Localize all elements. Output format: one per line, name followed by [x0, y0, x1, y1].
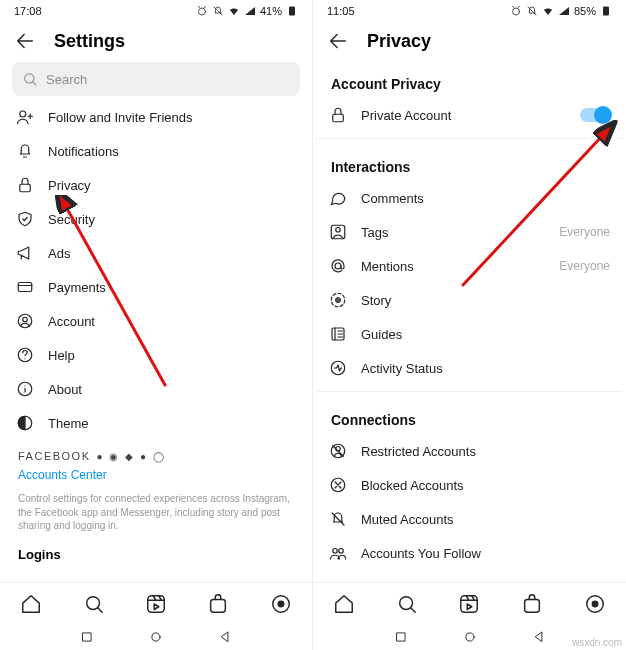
privacy-item-tags[interactable]: Tags Everyone: [317, 215, 622, 249]
privacy-item-muted[interactable]: Muted Accounts: [317, 502, 622, 536]
settings-item-theme[interactable]: Theme: [4, 406, 308, 440]
bell-off-icon: [526, 5, 538, 17]
help-icon: [16, 346, 34, 364]
system-nav: [0, 624, 312, 650]
list-label: Private Account: [361, 108, 566, 123]
logins-heading: Logins: [4, 541, 308, 564]
svg-point-40: [465, 633, 473, 641]
privacy-item-story[interactable]: Story: [317, 283, 622, 317]
list-label: Help: [48, 348, 296, 363]
app-header: Privacy: [313, 22, 626, 62]
reels-icon[interactable]: [145, 593, 167, 615]
search-nav-icon[interactable]: [83, 593, 105, 615]
privacy-list: Account Privacy Private Account Interact…: [313, 62, 626, 582]
list-label: Mentions: [361, 259, 545, 274]
home-icon[interactable]: [20, 593, 42, 615]
privacy-item-restricted[interactable]: Restricted Accounts: [317, 434, 622, 468]
privacy-item-mentions[interactable]: Mentions Everyone: [317, 249, 622, 283]
home-icon[interactable]: [333, 593, 355, 615]
settings-item-help[interactable]: Help: [4, 338, 308, 372]
list-label: Blocked Accounts: [361, 478, 610, 493]
svg-rect-1: [289, 7, 295, 16]
list-label: Tags: [361, 225, 545, 240]
settings-screen: 17:08 41% Settings Search Follow and Inv…: [0, 0, 313, 650]
bell-icon: [16, 142, 34, 160]
privacy-item-activity-status[interactable]: Activity Status: [317, 351, 622, 385]
settings-item-ads[interactable]: Ads: [4, 236, 308, 270]
search-icon: [22, 71, 38, 87]
settings-item-about[interactable]: About: [4, 372, 308, 406]
svg-rect-13: [211, 599, 226, 612]
privacy-item-following[interactable]: Accounts You Follow: [317, 536, 622, 570]
brand-app-icons: ● ◉ ◆ ● ◯: [97, 451, 166, 462]
svg-point-23: [336, 228, 341, 233]
watermark: wsxdn.com: [572, 637, 622, 648]
svg-rect-12: [148, 595, 165, 612]
page-title: Privacy: [367, 31, 431, 52]
profile-icon[interactable]: [584, 593, 606, 615]
story-icon: [329, 291, 347, 309]
list-label: Privacy: [48, 178, 296, 193]
search-input[interactable]: Search: [12, 62, 300, 96]
private-account-toggle[interactable]: [580, 108, 610, 122]
lock-icon: [329, 106, 347, 124]
reels-icon[interactable]: [458, 593, 480, 615]
battery-text: 85%: [574, 5, 596, 17]
divider: [317, 138, 622, 139]
home-nav-icon[interactable]: [149, 630, 163, 644]
settings-item-security[interactable]: Security: [4, 202, 308, 236]
settings-item-payments[interactable]: Payments: [4, 270, 308, 304]
search-nav-icon[interactable]: [396, 593, 418, 615]
settings-item-privacy[interactable]: Privacy: [4, 168, 308, 202]
private-account-row[interactable]: Private Account: [317, 98, 622, 132]
at-icon: [329, 257, 347, 275]
list-meta: Everyone: [559, 259, 610, 273]
comment-icon: [329, 189, 347, 207]
settings-item-account[interactable]: Account: [4, 304, 308, 338]
list-label: Story: [361, 293, 610, 308]
info-icon: [16, 380, 34, 398]
list-meta: Everyone: [559, 225, 610, 239]
svg-rect-4: [20, 184, 31, 192]
brand-label: FACEBOOK: [18, 450, 91, 462]
battery-text: 41%: [260, 5, 282, 17]
users-icon: [329, 544, 347, 562]
activity-icon: [329, 359, 347, 377]
settings-item-follow-invite[interactable]: Follow and Invite Friends: [4, 100, 308, 134]
alarm-icon: [510, 5, 522, 17]
back-nav-icon[interactable]: [218, 630, 232, 644]
bottom-nav: [0, 582, 312, 624]
recent-apps-icon[interactable]: [394, 630, 408, 644]
back-icon[interactable]: [327, 30, 349, 52]
svg-point-0: [198, 8, 205, 15]
shop-icon[interactable]: [207, 593, 229, 615]
svg-rect-21: [333, 114, 344, 122]
back-nav-icon[interactable]: [532, 630, 546, 644]
alarm-icon: [196, 5, 208, 17]
svg-rect-5: [18, 283, 32, 292]
profile-icon[interactable]: [270, 593, 292, 615]
home-nav-icon[interactable]: [463, 630, 477, 644]
battery-icon: [286, 5, 298, 17]
back-icon[interactable]: [14, 30, 36, 52]
list-label: Security: [48, 212, 296, 227]
privacy-item-blocked[interactable]: Blocked Accounts: [317, 468, 622, 502]
accounts-center-description: Control settings for connected experienc…: [4, 486, 308, 541]
list-label: Restricted Accounts: [361, 444, 610, 459]
settings-item-notifications[interactable]: Notifications: [4, 134, 308, 168]
list-label: Notifications: [48, 144, 296, 159]
recent-apps-icon[interactable]: [80, 630, 94, 644]
svg-point-3: [20, 111, 26, 117]
list-label: Follow and Invite Friends: [48, 110, 296, 125]
svg-rect-35: [461, 595, 478, 612]
shop-icon[interactable]: [521, 593, 543, 615]
privacy-item-comments[interactable]: Comments: [317, 181, 622, 215]
accounts-center-link[interactable]: Accounts Center: [4, 464, 308, 486]
status-icons: 41%: [196, 5, 298, 17]
theme-icon: [16, 414, 34, 432]
privacy-item-guides[interactable]: Guides: [317, 317, 622, 351]
svg-point-17: [152, 633, 160, 641]
list-label: About: [48, 382, 296, 397]
svg-rect-39: [396, 633, 404, 641]
app-header: Settings: [0, 22, 312, 62]
